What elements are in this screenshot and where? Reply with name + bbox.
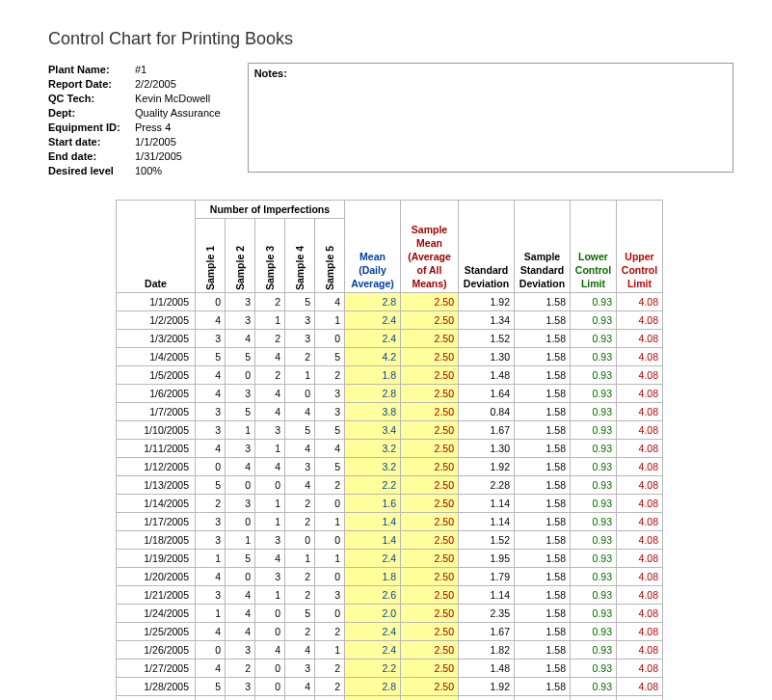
cell-sample: 3 — [196, 513, 226, 531]
cell-sample: 3 — [226, 495, 255, 513]
cell-ssd: 1.58 — [515, 586, 571, 605]
cell-sample: 2 — [255, 366, 285, 385]
cell-ucl: 4.08 — [617, 605, 663, 623]
table-row: 1/18/2005313001.42.501.521.580.934.08 — [117, 531, 663, 550]
cell-sample: 4 — [285, 403, 315, 421]
table-row: 1/13/2005500422.22.502.281.580.934.08 — [117, 476, 663, 495]
cell-mean: 2.8 — [345, 293, 401, 311]
cell-sample: 1 — [315, 641, 345, 660]
cell-ucl: 4.08 — [617, 385, 663, 403]
cell-lcl: 0.93 — [571, 660, 617, 678]
cell-sd: 1.92 — [459, 458, 515, 476]
cell-sd: 0.84 — [459, 403, 515, 421]
cell-lcl: 0.93 — [571, 550, 617, 568]
cell-ssd: 1.58 — [515, 366, 571, 385]
cell-sample: 2 — [285, 568, 315, 586]
cell-sample: 4 — [226, 330, 255, 348]
cell-sample: 1 — [255, 495, 285, 513]
cell-date: 1/27/2005 — [117, 660, 196, 678]
table-body: 1/1/2005032542.82.501.921.580.934.081/2/… — [117, 293, 663, 701]
cell-sample: 4 — [196, 568, 226, 586]
table-row: 1/4/2005554254.22.501.301.580.934.08 — [117, 348, 663, 366]
col-lcl: Lower Control Limit — [571, 201, 617, 293]
cell-sample: 4 — [196, 385, 226, 403]
cell-ssd: 1.58 — [515, 348, 571, 366]
cell-sample: 4 — [255, 348, 285, 366]
cell-sample: 0 — [226, 366, 255, 385]
cell-sample: 4 — [255, 641, 285, 660]
cell-sample: 4 — [255, 403, 285, 421]
col-ssd: Sample Standard Deviation — [515, 201, 571, 293]
control-chart-table: Date Number of Imperfections Mean (Daily… — [116, 200, 663, 700]
cell-sample-mean: 2.50 — [401, 403, 459, 421]
cell-sample: 5 — [285, 421, 315, 440]
cell-sample: 1 — [315, 513, 345, 531]
cell-sd: 1.95 — [459, 550, 515, 568]
cell-sample: 2 — [315, 366, 345, 385]
cell-ssd: 1.58 — [515, 330, 571, 348]
cell-lcl: 0.93 — [571, 440, 617, 458]
cell-sample: 2 — [255, 330, 285, 348]
cell-mean: 4.2 — [345, 348, 401, 366]
cell-lcl: 0.93 — [571, 495, 617, 513]
col-imperfections: Number of Imperfections — [196, 201, 345, 219]
report-date-value: 2/2/2005 — [135, 77, 176, 92]
cell-sample-mean: 2.50 — [401, 696, 459, 701]
cell-sample: 1 — [196, 550, 226, 568]
cell-ucl: 4.08 — [617, 311, 663, 330]
cell-ucl: 4.08 — [617, 641, 663, 660]
cell-mean: 2.6 — [345, 586, 401, 605]
col-sample-4: Sample 4 — [285, 219, 315, 293]
cell-sample: 2 — [315, 623, 345, 641]
col-ucl: Upper Control Limit — [617, 201, 663, 293]
cell-sample: 4 — [255, 385, 285, 403]
cell-sd: 2.28 — [459, 476, 515, 495]
cell-ssd: 1.58 — [515, 513, 571, 531]
cell-sd: 1.48 — [459, 660, 515, 678]
cell-sd: 1.30 — [459, 348, 515, 366]
cell-sample: 3 — [226, 311, 255, 330]
cell-sample: 5 — [285, 293, 315, 311]
cell-sample: 3 — [255, 531, 285, 550]
cell-sample: 0 — [315, 495, 345, 513]
cell-sample: 4 — [315, 293, 345, 311]
cell-sd: 2.35 — [459, 605, 515, 623]
cell-sample: 2 — [196, 495, 226, 513]
col-sample-2: Sample 2 — [226, 219, 255, 293]
cell-sample: 2 — [315, 678, 345, 696]
cell-ssd: 1.58 — [515, 403, 571, 421]
cell-sample-mean: 2.50 — [401, 495, 459, 513]
desired-level-value: 100% — [135, 164, 162, 178]
plant-name-label: Plant Name: — [48, 63, 135, 77]
cell-sample: 3 — [315, 586, 345, 605]
cell-ssd: 1.58 — [515, 623, 571, 641]
cell-sample: 0 — [255, 623, 285, 641]
cell-ssd: 1.58 — [515, 605, 571, 623]
cell-sample: 0 — [196, 458, 226, 476]
cell-sample: 1 — [255, 311, 285, 330]
table-row: 1/12/2005044353.22.501.921.580.934.08 — [117, 458, 663, 476]
cell-lcl: 0.93 — [571, 623, 617, 641]
cell-sd: 1.14 — [459, 696, 515, 701]
cell-sample: 0 — [315, 330, 345, 348]
start-date-label: Start date: — [48, 135, 135, 149]
cell-sample: 0 — [255, 476, 285, 495]
header-area: Plant Name:#1 Report Date:2/2/2005 QC Te… — [48, 63, 733, 178]
cell-date: 1/5/2005 — [117, 366, 196, 385]
cell-mean: 1.6 — [345, 495, 401, 513]
table-row: 1/7/2005354433.82.500.841.580.934.08 — [117, 403, 663, 421]
cell-sample: 5 — [196, 476, 226, 495]
cell-ssd: 1.58 — [515, 495, 571, 513]
cell-sample-mean: 2.50 — [401, 660, 459, 678]
equipment-value: Press 4 — [135, 121, 171, 135]
cell-lcl: 0.93 — [571, 385, 617, 403]
cell-sample: 2 — [285, 513, 315, 531]
cell-sample: 0 — [255, 660, 285, 678]
cell-sample: 3 — [226, 293, 255, 311]
cell-sample: 4 — [285, 678, 315, 696]
cell-sample-mean: 2.50 — [401, 330, 459, 348]
cell-sd: 1.48 — [459, 366, 515, 385]
cell-sample: 3 — [196, 403, 226, 421]
cell-sample: 3 — [285, 311, 315, 330]
cell-date: 1/17/2005 — [117, 513, 196, 531]
